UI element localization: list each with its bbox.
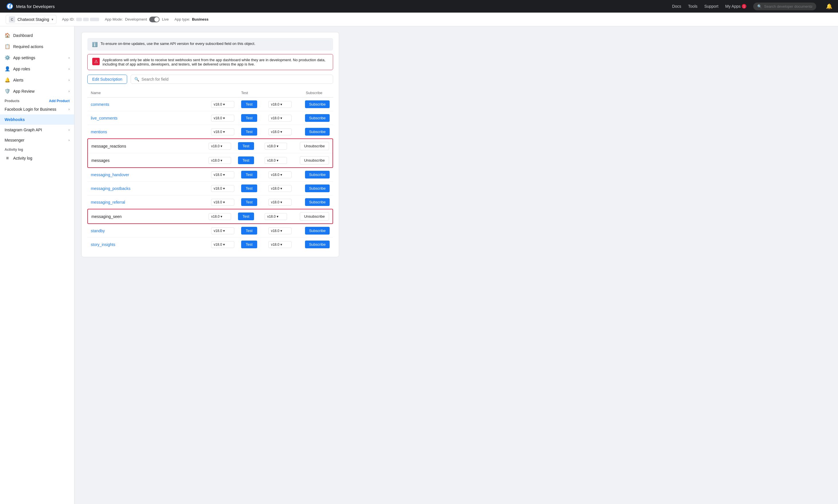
version-select-test-messaging-handover[interactable]: v18.0 ▾ (211, 171, 234, 178)
test-button-messaging-seen[interactable]: Test (238, 213, 254, 220)
app-mode-live: Live (162, 17, 169, 21)
version-select-test-messaging-referral[interactable]: v18.0 ▾ (211, 199, 234, 206)
bell-icon[interactable]: 🔔 (826, 3, 832, 10)
sidebar-item-label: Alerts (13, 78, 66, 83)
nav-support[interactable]: Support (704, 4, 718, 8)
version-select-test-mentions[interactable]: v18.0 ▾ (211, 128, 234, 135)
version-select-test-standby[interactable]: v18.0 ▾ (211, 228, 234, 234)
subscribe-button-live-comments[interactable]: Subscribe (305, 114, 330, 122)
field-search-input[interactable] (141, 77, 329, 82)
unsubscribe-button-messaging-seen[interactable]: Unsubscribe (300, 212, 329, 220)
my-apps-badge: 1 (742, 4, 746, 8)
app-mode-label: App Mode: (105, 17, 123, 21)
version-select-test-comments[interactable]: v18.0 ▾ (211, 101, 234, 108)
sidebar-item-instagram-graph-api[interactable]: Instagram Graph API › (0, 125, 74, 135)
sidebar-item-label: Activity log (13, 156, 70, 160)
test-button-messages[interactable]: Test (238, 157, 254, 164)
products-section: Products Add Product (0, 97, 74, 104)
activity-section: Activity log (0, 145, 74, 153)
field-name-messaging-handover[interactable]: messaging_handover (91, 173, 129, 177)
sidebar-item-webhooks[interactable]: Webhooks (0, 114, 74, 125)
chevron-down-icon: › (68, 67, 70, 71)
version-select-test-message-reactions[interactable]: v18.0 ▾ (208, 143, 231, 149)
field-name-messages[interactable]: messages (91, 158, 110, 163)
sidebar-item-app-settings[interactable]: ⚙️ App settings › (0, 52, 74, 63)
field-name-messaging-postbacks[interactable]: messaging_postbacks (91, 186, 131, 191)
version-select-subscribe-live-comments[interactable]: v18.0 ▾ (268, 115, 292, 122)
sidebar-item-app-review[interactable]: 🛡️ App Review › (0, 86, 74, 97)
version-select-subscribe-story-insights[interactable]: v18.0 ▾ (268, 241, 292, 248)
test-button-messaging-referral[interactable]: Test (241, 198, 257, 206)
version-select-subscribe-standby[interactable]: v18.0 ▾ (268, 228, 292, 234)
sidebar-item-required-actions[interactable]: 📋 Required actions (0, 41, 74, 52)
field-name-mentions[interactable]: mentions (91, 130, 107, 134)
version-select-subscribe-messaging-referral[interactable]: v18.0 ▾ (268, 199, 292, 206)
subscribe-button-messaging-referral[interactable]: Subscribe (305, 198, 330, 206)
nav-tools[interactable]: Tools (688, 4, 698, 8)
version-select-subscribe-message-reactions[interactable]: v18.0 ▾ (264, 143, 287, 149)
id-block-2 (83, 18, 89, 21)
table-row: story_insights v18.0 ▾ Test v18.0 ▾ Subs… (87, 238, 333, 251)
version-select-subscribe-mentions[interactable]: v18.0 ▾ (268, 128, 292, 135)
field-name-live-comments[interactable]: live_comments (91, 116, 117, 121)
version-select-subscribe-messaging-postbacks[interactable]: v18.0 ▾ (268, 185, 292, 192)
sidebar-item-label: App roles (13, 67, 66, 71)
field-name-message-reactions[interactable]: message_reactions (91, 144, 126, 148)
sidebar-item-activity-log[interactable]: ≡ Activity log (0, 153, 74, 164)
table-row: mentions v18.0 ▾ Test v18.0 ▾ Subscribe (87, 125, 333, 139)
edit-subscription-button[interactable]: Edit Subscription (87, 75, 127, 84)
sidebar-item-app-roles[interactable]: 👤 App roles › (0, 63, 74, 74)
add-product-link[interactable]: Add Product (49, 99, 70, 103)
test-button-mentions[interactable]: Test (241, 128, 257, 136)
field-name-messaging-referral[interactable]: messaging_referral (91, 200, 125, 204)
my-apps-button[interactable]: My Apps 1 (725, 4, 746, 8)
version-select-test-story-insights[interactable]: v18.0 ▾ (211, 241, 234, 248)
version-select-subscribe-messaging-handover[interactable]: v18.0 ▾ (268, 171, 292, 178)
test-button-standby[interactable]: Test (241, 227, 257, 235)
table-row: standby v18.0 ▾ Test v18.0 ▾ Subscribe (87, 224, 333, 238)
test-button-messaging-handover[interactable]: Test (241, 171, 257, 179)
unsubscribe-button-messages[interactable]: Unsubscribe (300, 156, 329, 164)
field-name-story-insights[interactable]: story_insights (91, 242, 116, 247)
version-select-subscribe-messaging-seen[interactable]: v18.0 ▾ (264, 213, 287, 220)
version-select-test-live-comments[interactable]: v18.0 ▾ (211, 115, 234, 122)
test-button-story-insights[interactable]: Test (241, 240, 257, 248)
sidebar-item-messenger[interactable]: Messenger › (0, 135, 74, 145)
test-button-message-reactions[interactable]: Test (238, 142, 254, 150)
subscribe-button-story-insights[interactable]: Subscribe (305, 240, 330, 248)
app-review-icon: 🛡️ (4, 88, 10, 94)
search-input[interactable] (764, 4, 812, 8)
subscribe-button-messaging-postbacks[interactable]: Subscribe (305, 184, 330, 192)
warning-icon: ⚠ (92, 58, 100, 65)
subscribe-button-messaging-handover[interactable]: Subscribe (305, 171, 330, 179)
subscribe-button-comments[interactable]: Subscribe (305, 101, 330, 108)
field-name-messaging-seen[interactable]: messaging_seen (91, 214, 122, 219)
version-select-test-messaging-seen[interactable]: v18.0 ▾ (208, 213, 231, 220)
app-selector[interactable]: C Chatwoot Staging ▾ (6, 15, 56, 24)
alerts-icon: 🔔 (4, 77, 10, 83)
table-row-highlighted: message_reactions v18.0 ▾ Test v18.0 ▾ U… (88, 139, 332, 153)
field-name-comments[interactable]: comments (91, 102, 109, 107)
sidebar-item-facebook-login[interactable]: Facebook Login for Business › (0, 104, 74, 114)
unsubscribe-button-message-reactions[interactable]: Unsubscribe (300, 142, 329, 150)
version-select-test-messaging-postbacks[interactable]: v18.0 ▾ (211, 185, 234, 192)
field-name-standby[interactable]: standby (91, 229, 105, 233)
chevron-down-icon: › (68, 89, 70, 93)
subscribe-button-standby[interactable]: Subscribe (305, 227, 330, 235)
table-row: messaging_referral v18.0 ▾ Test v18.0 ▾ … (87, 195, 333, 209)
test-button-live-comments[interactable]: Test (241, 114, 257, 122)
subscribe-button-mentions[interactable]: Subscribe (305, 128, 330, 136)
mode-toggle[interactable] (149, 17, 159, 22)
test-button-comments[interactable]: Test (241, 101, 257, 108)
app-type-info: App type: Business (174, 17, 208, 21)
version-select-test-messages[interactable]: v18.0 ▾ (208, 157, 231, 164)
table-row: comments v18.0 ▾ Test v18.0 ▾ Subscribe (87, 97, 333, 111)
sidebar-item-alerts[interactable]: 🔔 Alerts › (0, 74, 74, 86)
search-icon: 🔍 (757, 4, 762, 8)
search-field-container: 🔍 (131, 75, 333, 84)
version-select-subscribe-messages[interactable]: v18.0 ▾ (264, 157, 287, 164)
version-select-subscribe-comments[interactable]: v18.0 ▾ (268, 101, 292, 108)
test-button-messaging-postbacks[interactable]: Test (241, 184, 257, 192)
sidebar-item-dashboard[interactable]: 🏠 Dashboard (0, 30, 74, 41)
nav-docs[interactable]: Docs (672, 4, 681, 8)
